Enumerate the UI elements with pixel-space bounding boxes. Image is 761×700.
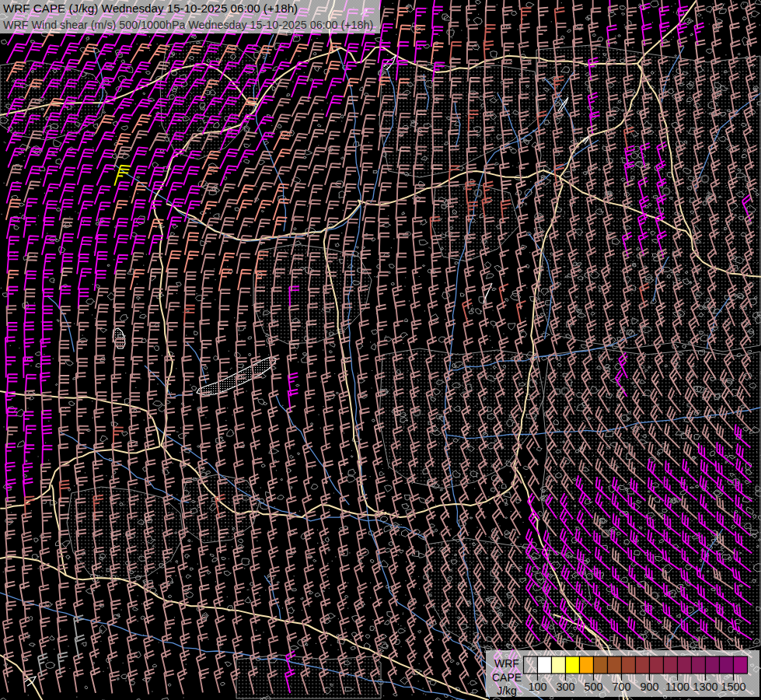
map-title-line1: WRF CAPE (J/kg) Wednesday 15-10-2025 06:… [3, 2, 298, 15]
legend-label-model: WRF [494, 657, 519, 670]
map-title-line2: WRF Wind shear (m/s) 500/1000hPa Wednesd… [3, 19, 373, 31]
legend-cell-2 [552, 656, 566, 674]
legend-tick-label: 1500 [721, 681, 745, 693]
legend-tick-label: 1300 [693, 681, 717, 693]
legend-cell-3 [566, 656, 580, 674]
legend-tick-label: 500 [584, 681, 602, 693]
legend-cell-9 [650, 656, 664, 674]
legend-cell-14 [720, 656, 734, 674]
legend-tick-label: 900 [640, 681, 658, 693]
legend-cell-13 [706, 656, 720, 674]
legend-cell-4 [580, 656, 594, 674]
cape-legend: WRF CAPE J/kg 10030050070090011001300150… [486, 650, 759, 697]
legend-cell-6 [608, 656, 622, 674]
title-overlay: WRF CAPE (J/kg) Wednesday 15-10-2025 06:… [0, 0, 380, 33]
legend-cell-15 [734, 656, 748, 674]
legend-cell-1 [538, 656, 552, 674]
legend-tick-label: 1100 [665, 681, 689, 693]
legend-tick-label: 100 [528, 681, 546, 693]
weather-map-canvas: WRF CAPE (J/kg) Wednesday 15-10-2025 06:… [0, 0, 761, 700]
legend-tick-label: 700 [612, 681, 630, 693]
legend-cell-11 [678, 656, 692, 674]
wrf-map-page: WRF CAPE (J/kg) Wednesday 15-10-2025 06:… [0, 0, 761, 700]
legend-label-param: CAPE [492, 671, 522, 684]
legend-cell-8 [636, 656, 650, 674]
legend-color-cells [524, 656, 748, 674]
legend-cell-10 [664, 656, 678, 674]
legend-label-unit: J/kg [497, 684, 517, 697]
legend-tick-label: 300 [556, 681, 574, 693]
legend-cell-5 [594, 656, 608, 674]
legend-cell-7 [622, 656, 636, 674]
legend-cell-12 [692, 656, 706, 674]
